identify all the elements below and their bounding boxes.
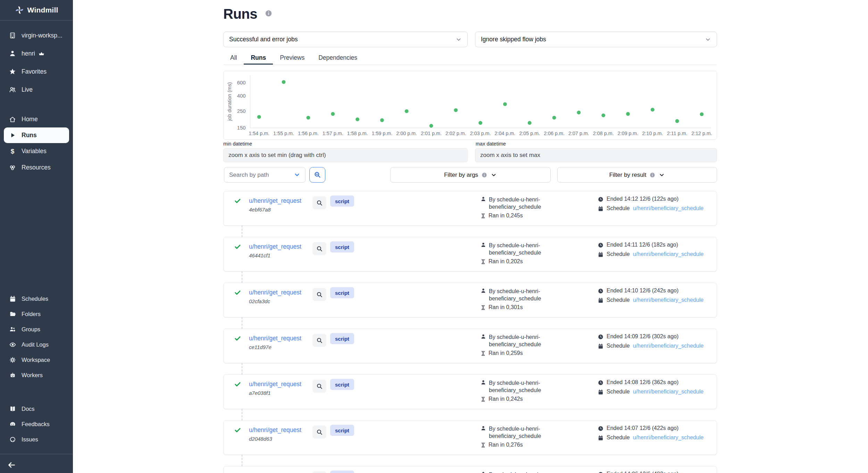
sidebar-item-variables[interactable]: $ Variables	[0, 143, 73, 159]
schedule-path-link[interactable]: u/henri/beneficiary_schedule	[633, 434, 704, 441]
sidebar-item-groups[interactable]: Groups	[0, 322, 73, 337]
sidebar-main-nav: Home Runs $ Variables Resources	[0, 111, 73, 176]
sidebar: Windmill virgin-worksp...	[0, 0, 73, 473]
sidebar-item-folders[interactable]: Folders	[0, 306, 73, 322]
skipped-flows-select[interactable]: Ignore skipped flow jobs	[475, 32, 717, 47]
sidebar-item-workspace-settings[interactable]: Workspace	[0, 352, 73, 367]
folders-label: Folders	[22, 311, 41, 317]
run-card[interactable]: u/henri/get_request script 4ebf67a8 By s…	[223, 191, 717, 226]
tab-dependencies[interactable]: Dependencies	[311, 51, 364, 65]
sidebar-item-workspace-switcher[interactable]: virgin-worksp...	[0, 26, 73, 44]
tab-runs[interactable]: Runs	[244, 51, 273, 65]
book-icon	[9, 406, 16, 412]
inspect-run-button[interactable]	[312, 242, 326, 255]
info-icon[interactable]	[265, 10, 272, 17]
run-trigger-info: By schedule-u-henri-beneficiary_schedule…	[481, 242, 571, 265]
inspect-run-button[interactable]	[312, 425, 326, 439]
sidebar-item-schedules[interactable]: Schedules	[0, 291, 73, 306]
sidebar-item-runs[interactable]: Runs	[4, 127, 69, 143]
svg-text:1:58 p.m.: 1:58 p.m.	[347, 131, 368, 136]
run-path-link[interactable]: u/henri/get_request	[249, 197, 301, 205]
run-card[interactable]: u/henri/get_request script ce11d97e By s…	[223, 329, 717, 363]
sidebar-item-home[interactable]: Home	[0, 111, 73, 127]
hourglass-icon	[481, 259, 486, 264]
collapse-sidebar-button[interactable]	[5, 459, 20, 471]
zoom-out-button[interactable]	[309, 167, 325, 183]
filter-by-result-button[interactable]: Filter by result	[557, 167, 717, 183]
filter-by-args-button[interactable]: Filter by args	[390, 167, 551, 183]
job-kind-badge: script	[330, 333, 354, 344]
sidebar-item-user[interactable]: henri	[0, 44, 73, 63]
run-card[interactable]: u/henri/get_request script 46441cf1 By s…	[223, 237, 717, 272]
run-path-link[interactable]: u/henri/get_request	[249, 426, 301, 434]
run-card[interactable]: u/henri/get_request script a7e038f1 By s…	[223, 374, 717, 409]
eye-icon	[9, 341, 16, 348]
run-card[interactable]: u/henri/get_request script 02cfa3dc By s…	[223, 283, 717, 317]
schedule-path-link[interactable]: u/henri/beneficiary_schedule	[633, 389, 704, 395]
run-duration: Ran in 0,202s	[489, 258, 523, 265]
tab-previews[interactable]: Previews	[273, 51, 311, 65]
issues-label: Issues	[22, 436, 38, 443]
runs-kind-tabs: All Runs Previews Dependencies	[223, 51, 717, 65]
min-datetime-input[interactable]	[223, 148, 468, 162]
page-title: Runs	[223, 6, 257, 22]
schedule-path-link[interactable]: u/henri/beneficiary_schedule	[633, 205, 704, 211]
svg-text:2:07 p.m.: 2:07 p.m.	[568, 131, 589, 136]
run-path-link[interactable]: u/henri/get_request	[249, 381, 301, 388]
clock-icon	[598, 197, 603, 202]
run-path-link[interactable]: u/henri/get_request	[249, 335, 301, 342]
run-triggered-by: By schedule-u-henri-beneficiary_schedule	[489, 288, 551, 302]
svg-text:2:09 p.m.: 2:09 p.m.	[618, 131, 639, 136]
schedule-path-link[interactable]: u/henri/beneficiary_schedule	[633, 251, 704, 257]
sidebar-item-resources[interactable]: Resources	[0, 159, 73, 176]
calendar-icon	[598, 389, 603, 395]
folder-icon	[9, 311, 16, 317]
inspect-run-button[interactable]	[312, 196, 326, 209]
sidebar-divider-bottom	[0, 454, 73, 454]
job-duration-chart[interactable]: 1502504006001:54 p.m.1:55 p.m.1:56 p.m.1…	[223, 71, 717, 140]
run-card[interactable]: u/henri/get_request script By schedule-u…	[223, 466, 717, 473]
sidebar-divider-top	[0, 20, 73, 20]
hourglass-icon	[481, 351, 486, 356]
inspect-run-button[interactable]	[312, 380, 326, 393]
sidebar-item-docs[interactable]: Docs	[0, 401, 73, 416]
schedule-path-link[interactable]: u/henri/beneficiary_schedule	[633, 297, 704, 303]
inspect-run-button[interactable]	[312, 334, 326, 347]
feedbacks-label: Feedbacks	[22, 421, 50, 428]
hourglass-icon	[481, 305, 486, 310]
run-path-link[interactable]: u/henri/get_request	[249, 289, 301, 296]
sidebar-item-live[interactable]: Live	[0, 81, 73, 99]
max-datetime-input[interactable]	[475, 148, 717, 162]
app-logo[interactable]: Windmill	[0, 0, 73, 20]
tab-all[interactable]: All	[223, 51, 244, 65]
calendar-icon	[9, 296, 16, 302]
run-card[interactable]: u/henri/get_request script d2048d63 By s…	[223, 420, 717, 455]
run-triggered-by: By schedule-u-henri-beneficiary_schedule	[489, 242, 551, 256]
favorites-label: Favorites	[22, 68, 47, 75]
search-icon	[316, 200, 323, 206]
list-toolbar: Search by path Filter by args	[223, 167, 717, 183]
schedule-path-link[interactable]: u/henri/beneficiary_schedule	[633, 343, 704, 349]
search-by-path-select[interactable]: Search by path	[224, 167, 306, 183]
resources-label: Resources	[22, 164, 51, 171]
windmill-app: Windmill virgin-worksp...	[0, 0, 868, 473]
sidebar-item-audit-logs[interactable]: Audit Logs	[0, 337, 73, 352]
search-icon	[316, 291, 323, 298]
inspect-run-button[interactable]	[312, 288, 326, 301]
run-schedule-info: Ended 14:09 12/6 (302s ago) Schedule u/h…	[598, 333, 703, 349]
inspect-run-button[interactable]	[312, 471, 326, 473]
run-path-link[interactable]: u/henri/get_request	[249, 243, 301, 250]
filter-args-label: Filter by args	[444, 172, 478, 179]
svg-text:1:59 p.m.: 1:59 p.m.	[372, 131, 392, 136]
sidebar-item-workers[interactable]: Workers	[0, 367, 73, 383]
run-ended-at: Ended 14:11 12/6 (182s ago)	[607, 242, 678, 248]
schedule-label: Schedule	[607, 434, 630, 441]
sidebar-item-feedbacks[interactable]: Feedbacks	[0, 416, 73, 432]
svg-text:1:57 p.m.: 1:57 p.m.	[323, 131, 343, 136]
user-icon	[481, 288, 486, 302]
sidebar-item-favorites[interactable]: Favorites	[0, 63, 73, 81]
job-kind-select[interactable]: Successful and error jobs	[223, 32, 468, 47]
sidebar-item-issues[interactable]: Issues	[0, 432, 73, 447]
success-check-icon	[234, 335, 241, 342]
run-ended-at: Ended 14:12 12/6 (122s ago)	[607, 196, 678, 202]
